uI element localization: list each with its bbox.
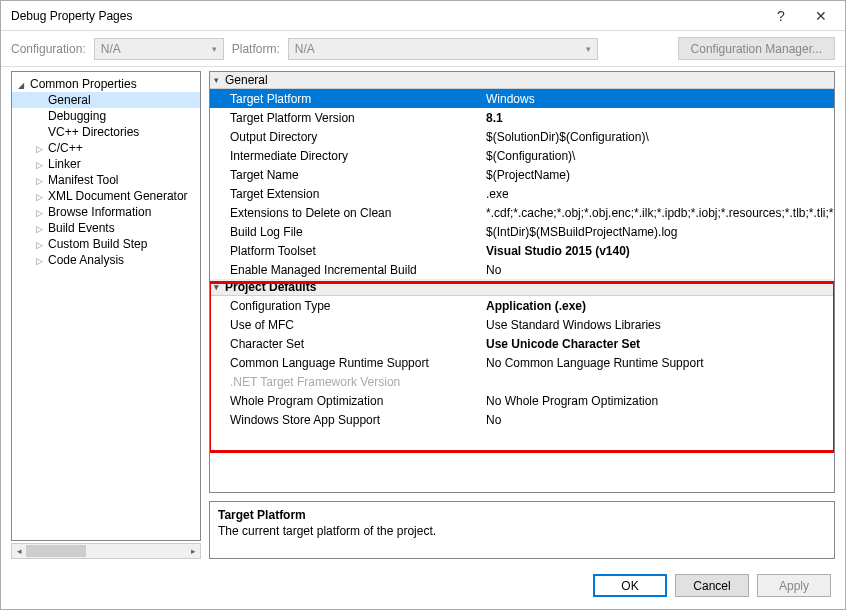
- property-name: Whole Program Optimization: [210, 394, 480, 408]
- tree-item[interactable]: Browse Information: [12, 204, 200, 220]
- tree-item[interactable]: VC++ Directories: [12, 124, 200, 140]
- property-name: Output Directory: [210, 130, 480, 144]
- property-name: Windows Store App Support: [210, 413, 480, 427]
- description-text: The current target platform of the proje…: [218, 524, 826, 538]
- property-value[interactable]: $(IntDir)$(MSBuildProjectName).log: [480, 225, 834, 239]
- property-value[interactable]: Visual Studio 2015 (v140): [480, 244, 834, 258]
- ok-button[interactable]: OK: [593, 574, 667, 597]
- property-name: Target Platform Version: [210, 111, 480, 125]
- property-row[interactable]: Target Extension.exe: [210, 184, 834, 203]
- tree-item[interactable]: Code Analysis: [12, 252, 200, 268]
- titlebar: Debug Property Pages ? ✕: [1, 1, 845, 31]
- tree-item[interactable]: General: [12, 92, 200, 108]
- tree-item[interactable]: Manifest Tool: [12, 172, 200, 188]
- expand-icon[interactable]: [34, 191, 44, 202]
- property-row[interactable]: Platform ToolsetVisual Studio 2015 (v140…: [210, 241, 834, 260]
- property-value[interactable]: Windows: [480, 92, 834, 106]
- property-name: .NET Target Framework Version: [210, 375, 480, 389]
- toolbar: Configuration: N/A▾ Platform: N/A▾ Confi…: [1, 31, 845, 67]
- section-general[interactable]: ▾ General: [210, 72, 834, 89]
- property-value[interactable]: $(Configuration)\: [480, 149, 834, 163]
- platform-combo[interactable]: N/A▾: [288, 38, 598, 60]
- configuration-label: Configuration:: [11, 42, 86, 56]
- scroll-left-icon[interactable]: ◂: [12, 544, 26, 558]
- window-title: Debug Property Pages: [11, 9, 761, 23]
- property-row[interactable]: Use of MFCUse Standard Windows Libraries: [210, 315, 834, 334]
- tree-item-label: Custom Build Step: [48, 237, 147, 251]
- property-value[interactable]: Application (.exe): [480, 299, 834, 313]
- tree-item-label: Build Events: [48, 221, 115, 235]
- configuration-manager-button[interactable]: Configuration Manager...: [678, 37, 835, 60]
- expand-icon[interactable]: [34, 239, 44, 250]
- tree-item-label: XML Document Generator: [48, 189, 188, 203]
- close-button[interactable]: ✕: [801, 2, 841, 30]
- property-row[interactable]: Character SetUse Unicode Character Set: [210, 334, 834, 353]
- tree-root[interactable]: Common Properties: [12, 76, 200, 92]
- expand-icon[interactable]: [34, 207, 44, 218]
- chevron-down-icon: ▾: [586, 44, 591, 54]
- description-panel: Target Platform The current target platf…: [209, 501, 835, 559]
- property-name: Target Name: [210, 168, 480, 182]
- property-row[interactable]: Configuration TypeApplication (.exe): [210, 296, 834, 315]
- property-name: Common Language Runtime Support: [210, 356, 480, 370]
- scroll-right-icon[interactable]: ▸: [186, 544, 200, 558]
- property-value[interactable]: No: [480, 413, 834, 427]
- section-project-defaults[interactable]: ▾ Project Defaults: [210, 279, 834, 296]
- scroll-thumb[interactable]: [26, 545, 86, 557]
- property-grid[interactable]: ▾ General Target PlatformWindowsTarget P…: [209, 71, 835, 493]
- expand-icon[interactable]: [34, 159, 44, 170]
- dialog-buttons: OK Cancel Apply: [593, 574, 831, 597]
- property-name: Enable Managed Incremental Build: [210, 263, 480, 277]
- property-row[interactable]: Common Language Runtime SupportNo Common…: [210, 353, 834, 372]
- tree-item[interactable]: C/C++: [12, 140, 200, 156]
- tree-item[interactable]: Build Events: [12, 220, 200, 236]
- collapse-icon[interactable]: ▾: [214, 75, 219, 85]
- property-row[interactable]: Enable Managed Incremental BuildNo: [210, 260, 834, 279]
- property-value[interactable]: $(ProjectName): [480, 168, 834, 182]
- expand-icon[interactable]: [34, 255, 44, 266]
- collapse-icon[interactable]: ▾: [214, 282, 219, 292]
- property-row[interactable]: .NET Target Framework Version: [210, 372, 834, 391]
- property-value[interactable]: *.cdf;*.cache;*.obj;*.obj.enc;*.ilk;*.ip…: [480, 206, 834, 220]
- apply-button[interactable]: Apply: [757, 574, 831, 597]
- expand-icon[interactable]: [16, 79, 26, 90]
- property-row[interactable]: Target Name$(ProjectName): [210, 165, 834, 184]
- property-row[interactable]: Intermediate Directory$(Configuration)\: [210, 146, 834, 165]
- tree-scrollbar[interactable]: ◂ ▸: [11, 543, 201, 559]
- property-name: Extensions to Delete on Clean: [210, 206, 480, 220]
- property-row[interactable]: Windows Store App SupportNo: [210, 410, 834, 429]
- tree-view[interactable]: Common Properties GeneralDebuggingVC++ D…: [11, 71, 201, 541]
- property-value[interactable]: No: [480, 263, 834, 277]
- property-value[interactable]: Use Unicode Character Set: [480, 337, 834, 351]
- tree-item[interactable]: XML Document Generator: [12, 188, 200, 204]
- property-value[interactable]: No Common Language Runtime Support: [480, 356, 834, 370]
- property-row[interactable]: Whole Program OptimizationNo Whole Progr…: [210, 391, 834, 410]
- cancel-button[interactable]: Cancel: [675, 574, 749, 597]
- property-name: Build Log File: [210, 225, 480, 239]
- expand-icon[interactable]: [34, 143, 44, 154]
- expand-icon[interactable]: [34, 223, 44, 234]
- property-value[interactable]: .exe: [480, 187, 834, 201]
- expand-icon[interactable]: [34, 175, 44, 186]
- property-value[interactable]: 8.1: [480, 111, 834, 125]
- help-button[interactable]: ?: [761, 2, 801, 30]
- property-value[interactable]: $(SolutionDir)$(Configuration)\: [480, 130, 834, 144]
- property-row[interactable]: Output Directory$(SolutionDir)$(Configur…: [210, 127, 834, 146]
- tree-item-label: Manifest Tool: [48, 173, 118, 187]
- property-row[interactable]: Target Platform Version8.1: [210, 108, 834, 127]
- property-row[interactable]: Build Log File$(IntDir)$(MSBuildProjectN…: [210, 222, 834, 241]
- configuration-combo[interactable]: N/A▾: [94, 38, 224, 60]
- chevron-down-icon: ▾: [212, 44, 217, 54]
- property-row[interactable]: Target PlatformWindows: [210, 89, 834, 108]
- tree-item[interactable]: Linker: [12, 156, 200, 172]
- property-row[interactable]: Extensions to Delete on Clean*.cdf;*.cac…: [210, 203, 834, 222]
- tree-item[interactable]: Debugging: [12, 108, 200, 124]
- tree-item[interactable]: Custom Build Step: [12, 236, 200, 252]
- property-name: Character Set: [210, 337, 480, 351]
- property-name: Intermediate Directory: [210, 149, 480, 163]
- property-name: Target Platform: [210, 92, 480, 106]
- description-title: Target Platform: [218, 508, 826, 522]
- property-value[interactable]: No Whole Program Optimization: [480, 394, 834, 408]
- property-value[interactable]: Use Standard Windows Libraries: [480, 318, 834, 332]
- tree-item-label: General: [48, 93, 91, 107]
